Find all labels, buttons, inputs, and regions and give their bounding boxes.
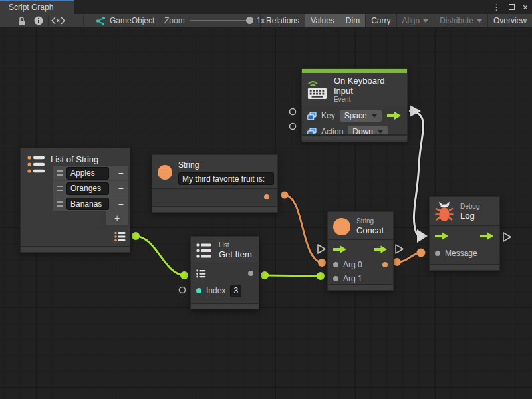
port-ball-log-message-input[interactable] [417,249,426,257]
port-concat-trigger-in[interactable] [318,245,325,253]
list-input-port-icon[interactable] [196,269,206,278]
remove-item-button[interactable]: − [116,168,125,178]
zoom-control: Zoom 1x [164,14,265,27]
info-button[interactable] [34,14,43,27]
drag-handle-icon[interactable] [57,201,63,207]
zoom-slider-handle[interactable] [246,17,253,24]
lock-icon [17,16,26,26]
trigger-input-icon[interactable] [435,232,449,240]
node-footer [152,206,277,212]
message-input-port-icon[interactable] [435,251,440,256]
dim-button[interactable]: Dim [340,14,365,27]
arg1-input-port-icon[interactable] [333,276,338,281]
port-ball-string-output[interactable] [281,192,289,199]
script-graph-icon [95,16,106,26]
graph-owner[interactable]: GameObject [95,14,154,27]
graph-owner-label: GameObject [110,16,154,25]
trigger-output-icon[interactable] [480,232,494,240]
align-dropdown[interactable]: Align [396,14,434,27]
wire-keyboard-to-log[interactable] [409,111,423,235]
node-title: String [178,160,274,170]
string-type-icon [333,218,350,235]
arg0-input-port-icon[interactable] [333,262,338,267]
list-inspector: − − − [53,165,129,212]
trigger-input-icon[interactable] [333,245,347,253]
keyboard-icon [307,80,328,100]
graph-canvas[interactable]: On Keyboard Input Event Key Space [0,28,532,399]
node-category: String [356,217,384,225]
arg1-port-label: Arg 1 [343,274,362,283]
kebab-menu-icon[interactable]: ⋮ [493,3,501,12]
view-buttons-group: Relations Values Dim Carry Align Distrib… [260,14,532,27]
drag-handle-icon[interactable] [57,170,63,176]
graph-toolbar: GameObject Zoom 1x Relations Values Dim … [0,14,532,28]
wire-getitem-to-concat[interactable] [265,275,321,276]
node-debug-log[interactable]: Debug Log Message [429,196,500,271]
node-subtitle: Event [334,96,402,104]
node-list-of-string[interactable]: List of String − − − + [20,148,130,253]
index-value-field[interactable] [230,285,241,297]
chevron-down-icon [423,19,428,23]
visual-scripting-window: Script Graph ⋮ × [0,0,532,399]
tab-script-graph[interactable]: Script Graph [0,0,74,14]
values-button[interactable]: Values [305,14,340,27]
node-get-item[interactable]: List Get Item Index [190,236,259,309]
port-log-trigger-out[interactable] [503,233,511,241]
node-on-keyboard-input[interactable]: On Keyboard Input Event Key Space [301,68,408,141]
port-ball-getitem-list-input[interactable] [180,271,188,279]
node-footer [328,284,393,290]
tab-title: Script Graph [9,3,53,12]
carry-button[interactable]: Carry [365,14,396,27]
list-item-field[interactable] [66,167,109,180]
index-port-label: Index [206,286,225,295]
trigger-output-icon[interactable] [374,245,388,253]
port-index-unconnected[interactable] [180,287,186,293]
toolbar-separator [48,15,49,26]
list-item-row: − [53,166,128,181]
item-output-port-icon[interactable] [248,271,253,276]
add-item-button[interactable]: + [105,211,129,226]
list-output-row [21,227,130,246]
list-item-row: − [53,181,128,196]
port-concat-trigger-out[interactable] [396,245,403,253]
result-output-port-icon[interactable] [382,262,388,267]
list-icon [196,243,213,259]
window-controls: ⋮ × [493,0,528,14]
list-item-field[interactable] [66,182,109,195]
close-icon[interactable]: × [523,4,528,11]
port-ball-list-output[interactable] [132,232,140,240]
wire-string-to-concat[interactable] [285,195,322,263]
wire-list-to-getitem[interactable] [136,236,184,275]
node-footer [191,303,259,309]
remove-item-button[interactable]: − [116,199,125,209]
port-action-unconnected[interactable] [290,124,296,130]
list-output-port-icon[interactable] [114,231,126,242]
key-dropdown[interactable]: Space [340,110,382,122]
port-ball-concat-arg0-input[interactable] [318,259,326,267]
port-key-unconnected[interactable] [290,109,296,115]
port-ball-concat-output[interactable] [393,258,401,266]
port-ball-getitem-output[interactable] [261,271,269,279]
string-value-field[interactable] [178,172,274,185]
trigger-output-icon[interactable] [387,112,402,120]
node-string-literal[interactable]: String [152,154,278,213]
drag-handle-icon[interactable] [57,186,63,191]
node-title: On Keyboard Input [334,76,402,96]
index-input-port-icon[interactable] [196,288,201,293]
maximize-icon[interactable] [509,4,515,10]
lock-button[interactable] [17,14,26,27]
relations-button[interactable]: Relations [260,14,305,27]
distribute-dropdown[interactable]: Distribute [434,14,487,27]
string-output-port-icon[interactable] [264,194,269,200]
port-ball-concat-arg1-input[interactable] [317,272,325,280]
node-category: List [219,241,252,249]
overview-button[interactable]: Overview [487,14,532,27]
zoom-slider[interactable] [190,20,251,21]
node-concat[interactable]: String Concat Arg 0 Arg 1 [327,211,394,291]
remove-item-button[interactable]: − [116,183,125,194]
code-view-button[interactable] [51,14,65,27]
chevron-down-icon [378,130,383,134]
list-item-field[interactable] [66,198,109,210]
node-title: Get Item [219,249,252,259]
node-title: List of String [51,154,98,164]
